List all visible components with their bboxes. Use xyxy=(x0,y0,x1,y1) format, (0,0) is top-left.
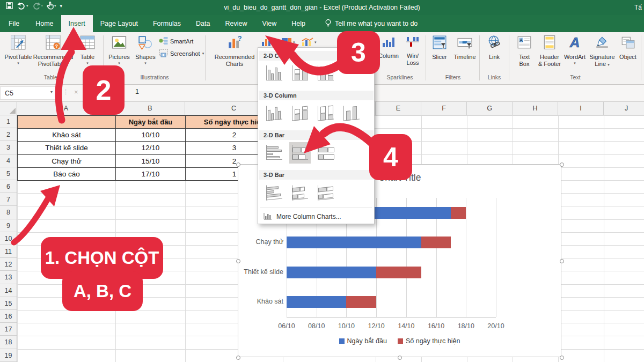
cell-A4[interactable]: Chạy thử xyxy=(17,154,116,168)
row-header-11[interactable]: 11 xyxy=(0,245,17,258)
wordart-button[interactable]: A WordArt ▾ xyxy=(562,35,587,65)
row-header-8[interactable]: 8 xyxy=(0,206,17,219)
menu-item-clustered-column[interactable] xyxy=(264,63,285,84)
row-header-4[interactable]: 4 xyxy=(0,154,17,167)
signature-line-button[interactable]: SignatureLine ▾ xyxy=(588,35,616,68)
recommended-pivottables-button[interactable]: ? RecommendedPivotTables xyxy=(33,35,73,67)
win-loss-sparkline-button[interactable]: Win/Loss xyxy=(401,35,424,66)
insert-combo-chart-button[interactable]: ▾ xyxy=(302,38,317,46)
row-header-12[interactable]: 12 xyxy=(0,258,17,271)
cell-A3[interactable]: Thiết kế slide xyxy=(17,141,116,154)
tab-help[interactable]: Help xyxy=(284,15,313,32)
row-header-6[interactable]: 6 xyxy=(0,180,17,193)
recommended-charts-button[interactable]: ? RecommendedCharts xyxy=(217,35,252,67)
chart-selection-handle[interactable] xyxy=(560,259,564,263)
tell-me-box[interactable]: Tell me what you want to do xyxy=(313,15,418,32)
menu-item-stacked-column[interactable] xyxy=(289,63,311,84)
cell-B3[interactable]: 12/10 xyxy=(115,141,186,154)
cell-B4[interactable]: 15/10 xyxy=(115,154,186,168)
column-header-G[interactable]: G xyxy=(467,102,513,115)
insert-column-chart-button[interactable]: ▾ xyxy=(261,38,275,46)
row-header-14[interactable]: 14 xyxy=(0,284,17,297)
menu-item-3d-100-stacked-bar[interactable] xyxy=(315,182,336,203)
column-header-F[interactable]: F xyxy=(421,102,467,115)
insert-hierarchy-chart-button[interactable]: ▾ xyxy=(281,38,295,46)
menu-item-100-stacked-bar[interactable] xyxy=(315,142,336,164)
row-header-1[interactable]: 1 xyxy=(0,115,17,128)
shapes-caret-icon: ▾ xyxy=(144,61,147,65)
chart-selection-handle[interactable] xyxy=(236,162,240,167)
cell-B5[interactable]: 17/10 xyxy=(115,167,186,181)
row-header-9[interactable]: 9 xyxy=(0,219,17,232)
shapes-button[interactable]: Shapes ▾ xyxy=(133,35,158,65)
menu-item-3d-100-stacked-column[interactable] xyxy=(315,102,336,124)
tab-view[interactable]: View xyxy=(254,15,284,32)
window-title: vi_du_bieu_do_gantt_don_gian - Excel (Pr… xyxy=(0,0,644,15)
row-header-19[interactable]: 19 xyxy=(0,349,17,362)
row-header-5[interactable]: 5 xyxy=(0,167,17,180)
column-header-B[interactable]: B xyxy=(115,102,185,115)
menu-item-3d-stacked-column[interactable] xyxy=(289,102,311,124)
chart-selection-handle[interactable] xyxy=(398,356,402,360)
column-header-I[interactable]: I xyxy=(558,102,604,115)
pictures-button[interactable]: Pictures ▾ xyxy=(106,35,132,65)
pivottable-button[interactable]: PivotTable ▾ xyxy=(4,35,32,65)
column-header-H[interactable]: H xyxy=(513,102,558,115)
row-header-7[interactable]: 7 xyxy=(0,193,17,206)
menu-item-stacked-bar[interactable] xyxy=(289,142,311,164)
cell-A1[interactable] xyxy=(17,115,116,129)
menu-item-100-stacked-column[interactable] xyxy=(315,63,336,84)
chart-selection-handle[interactable] xyxy=(560,162,564,167)
table-button[interactable]: Table ▾ xyxy=(75,35,100,65)
link-button[interactable]: Link xyxy=(483,35,506,61)
account-name[interactable]: Tấ xyxy=(634,0,642,15)
tab-formulas[interactable]: Formulas xyxy=(145,15,188,32)
select-all-corner[interactable] xyxy=(0,102,17,115)
name-box-caret-icon[interactable]: ▾ xyxy=(50,90,53,94)
cell-B2[interactable]: 10/10 xyxy=(115,128,186,142)
timeline-button[interactable]: Timeline xyxy=(452,35,478,61)
cell-A5[interactable]: Báo cáo xyxy=(17,167,116,181)
object-button[interactable]: Object xyxy=(616,35,640,61)
formula-bar-splitter[interactable]: ⋮ xyxy=(63,88,69,95)
tab-insert[interactable]: Insert xyxy=(61,15,93,32)
row-header-13[interactable]: 13 xyxy=(0,271,17,284)
formula-input[interactable]: 1 xyxy=(135,88,139,95)
row-header-10[interactable]: 10 xyxy=(0,232,17,245)
chart-selection-handle[interactable] xyxy=(236,356,240,360)
column-header-E[interactable]: E xyxy=(376,102,421,115)
menu-item-3d-column[interactable] xyxy=(341,102,362,124)
menu-item-3d-clustered-bar[interactable] xyxy=(264,182,285,203)
cell-A2[interactable]: Khảo sát xyxy=(17,128,116,142)
slicer-button[interactable]: Slicer xyxy=(428,35,451,61)
menu-item-clustered-bar[interactable] xyxy=(264,142,285,164)
row-header-15[interactable]: 15 xyxy=(0,297,17,310)
row-header-3[interactable]: 3 xyxy=(0,141,17,154)
menu-item-3d-stacked-bar[interactable] xyxy=(289,182,311,203)
cancel-icon[interactable]: × xyxy=(74,88,78,96)
menu-item-3d-clustered-column[interactable] xyxy=(264,102,285,124)
column-sparkline-button[interactable]: Column xyxy=(377,35,400,60)
smartart-button[interactable]: SmartArt xyxy=(159,36,193,46)
tab-file[interactable]: File xyxy=(0,15,28,32)
chart-selection-handle[interactable] xyxy=(236,259,240,263)
column-header-A[interactable]: A xyxy=(17,102,115,115)
screenshot-button[interactable]: Screenshot ▾ xyxy=(159,49,204,58)
header-footer-button[interactable]: Header& Footer xyxy=(537,35,562,67)
row-header-17[interactable]: 17 xyxy=(0,323,17,336)
row-header-18[interactable]: 18 xyxy=(0,336,17,349)
tab-data[interactable]: Data xyxy=(188,15,217,32)
row-header-16[interactable]: 16 xyxy=(0,310,17,323)
tab-page-layout[interactable]: Page Layout xyxy=(93,15,145,32)
menu-more-column-charts[interactable]: More Column Charts... xyxy=(258,210,374,224)
row-header-2[interactable]: 2 xyxy=(0,128,17,141)
cell-B1[interactable]: Ngày bắt đầu xyxy=(115,115,186,129)
chart-selection-handle[interactable] xyxy=(398,162,402,167)
legend-item[interactable]: Ngày bắt đầu xyxy=(339,337,387,345)
tab-home[interactable]: Home xyxy=(28,15,61,32)
chart-selection-handle[interactable] xyxy=(560,356,564,360)
tab-review[interactable]: Review xyxy=(217,15,254,32)
legend-item[interactable]: Số ngày thực hiện xyxy=(398,337,460,345)
column-header-J[interactable]: J xyxy=(604,102,644,115)
text-box-button[interactable]: A TextBox xyxy=(513,35,536,67)
